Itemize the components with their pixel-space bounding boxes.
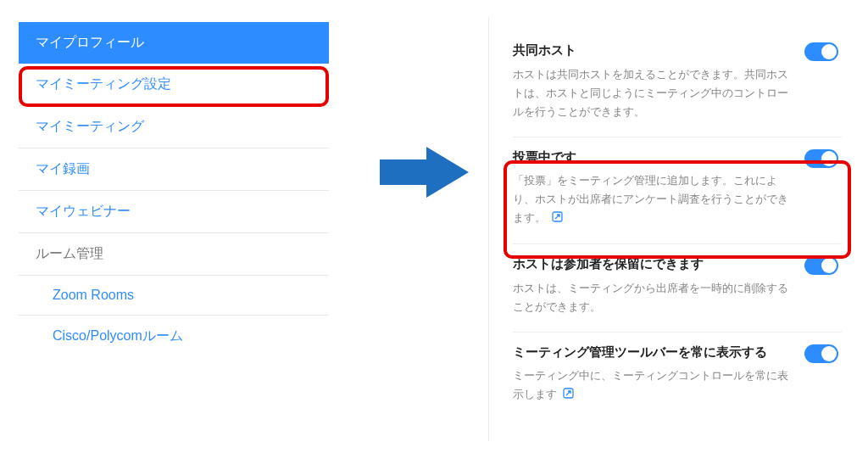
sidebar-item-cisco-polycom-rooms[interactable]: Cisco/Polycomルーム xyxy=(19,316,329,357)
sidebar-section-room-management: ルーム管理 xyxy=(19,233,329,276)
svg-marker-0 xyxy=(380,147,469,198)
external-link-icon[interactable] xyxy=(563,386,574,405)
setting-title: ミーティング管理ツールバーを常に表示する xyxy=(513,343,842,362)
vertical-divider xyxy=(488,17,489,441)
setting-co-host: 共同ホスト ホストは共同ホストを加えることができます。共同ホストは、ホストと同じ… xyxy=(513,41,842,137)
setting-title: 共同ホスト xyxy=(513,41,842,60)
sidebar-item-zoom-rooms[interactable]: Zoom Rooms xyxy=(19,276,329,316)
sidebar-item-my-meetings[interactable]: マイミーティング xyxy=(19,106,329,148)
setting-desc: ホストは、ミーティングから出席者を一時的に削除することができます。 xyxy=(513,279,842,316)
setting-show-toolbar: ミーティング管理ツールバーを常に表示する ミーティング中に、ミーティングコントロ… xyxy=(513,332,842,420)
sidebar-item-my-webinars[interactable]: マイウェビナー xyxy=(19,191,329,233)
setting-desc: ミーティング中に、ミーティングコントロールを常に表示します xyxy=(513,366,842,405)
setting-desc: ホストは共同ホストを加えることができます。共同ホストは、ホストと同じようにミーテ… xyxy=(513,65,842,121)
toggle-hold-participants[interactable] xyxy=(804,256,838,275)
highlight-setting-polling xyxy=(504,160,851,259)
toggle-co-host[interactable] xyxy=(804,42,838,61)
sidebar-item-my-profile[interactable]: マイプロフィール xyxy=(19,22,329,64)
sidebar-item-my-recordings[interactable]: マイ録画 xyxy=(19,148,329,191)
setting-desc-text: ミーティング中に、ミーティングコントロールを常に表示します xyxy=(513,369,788,400)
arrow-icon xyxy=(380,143,473,205)
toggle-show-toolbar[interactable] xyxy=(804,344,838,363)
highlight-sidebar-item xyxy=(19,66,329,107)
